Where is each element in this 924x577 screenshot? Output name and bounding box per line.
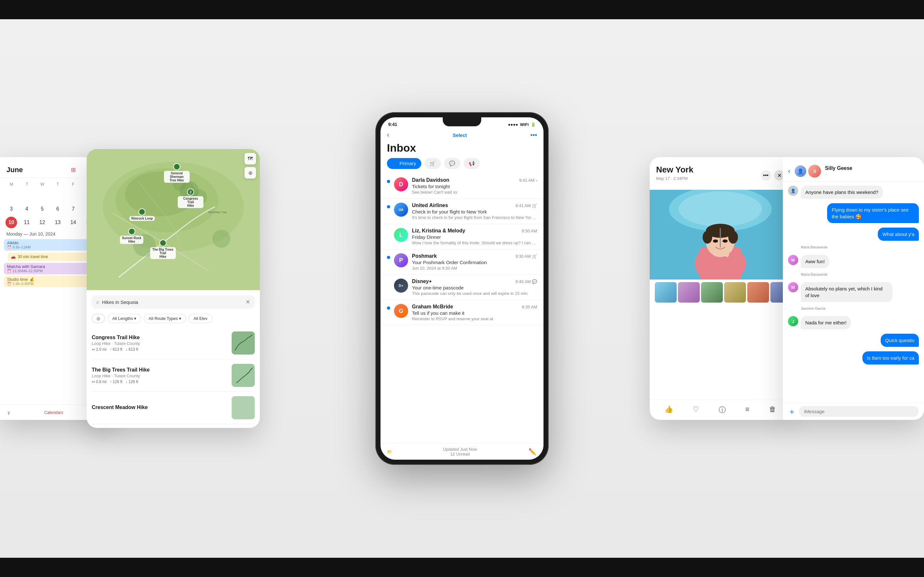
cal-day-13[interactable]: 13 <box>52 217 63 228</box>
cal-day-4[interactable]: 4 <box>21 203 32 215</box>
photo-thumb-4[interactable] <box>724 282 746 303</box>
cal-day-6[interactable]: 6 <box>52 203 63 215</box>
map-filter-length-button[interactable]: All Lengths ▾ <box>107 314 141 323</box>
travel-time: 30 min travel time <box>18 255 48 259</box>
unread-dot-united <box>387 205 390 208</box>
calendar-grid-icon[interactable]: ⊞ <box>68 165 78 175</box>
email-detail-title-wrap: New York May 17 · 2:34PM <box>656 165 693 186</box>
cal-day-11[interactable]: 11 <box>21 217 32 228</box>
email-bottom-bar: 👍 ♡ ⓘ ≡ 🗑 <box>650 400 791 420</box>
trail-item-crescent[interactable]: Crescent Meadow Hike <box>92 392 255 424</box>
mail-item-poshmark[interactable]: P Poshmark 9:30 AM 🛒 Your Poshmark Order… <box>381 250 543 275</box>
chevron-down-icon: ▾ <box>134 316 136 321</box>
map-pin-dot <box>173 163 180 170</box>
messages-header: ‹ 👤 S Silly Geese › <box>783 157 924 182</box>
mail-time-darla: 9:41 AM › <box>519 178 537 183</box>
cal-day-5[interactable]: 5 <box>37 203 48 215</box>
mail-unread-count: 12 Unread <box>443 452 477 456</box>
photo-thumb-1[interactable] <box>655 282 677 303</box>
email-info-icon[interactable]: ⓘ <box>719 405 726 415</box>
cal-day-14[interactable]: 14 <box>67 217 79 228</box>
mail-subject-disney: Your one-time passcode <box>412 285 537 290</box>
mail-item-graham[interactable]: G Graham McBride 8:35 AM Tell us if you … <box>381 300 543 326</box>
messages-input-bar: ＋ <box>783 403 924 420</box>
svg-rect-25 <box>725 244 729 257</box>
map-filter-location-button[interactable]: ◎ <box>92 314 105 323</box>
mail-nav: ‹ Select ••• <box>381 128 543 142</box>
email-header-actions: ••• ✕ <box>761 170 784 181</box>
mail-sender-poshmark: Poshmark <box>412 253 437 259</box>
status-icons: ●●●● WiFi 🔋 <box>508 122 536 127</box>
maps-card: McKinley Tree General ShermanTree Hike 2… <box>87 149 260 428</box>
map-location-button[interactable]: ⊕ <box>244 167 256 179</box>
cal-day-10-today[interactable]: 10 <box>5 217 17 228</box>
mail-sender-darla: Darla Davidson <box>412 177 449 183</box>
map-search-close-button[interactable]: ✕ <box>246 298 250 306</box>
cal-day-12[interactable]: 12 <box>37 217 48 228</box>
mail-avatar-united: UA <box>394 203 408 217</box>
map-layers-button[interactable]: 🗺 <box>244 153 256 164</box>
msg-avatar-maria-2: M <box>788 282 798 292</box>
msg-bubble-6: Nada for me either! <box>801 316 851 329</box>
photo-thumb-3[interactable] <box>701 282 723 303</box>
messages-card: ‹ 👤 S Silly Geese › 👤 Anyone have plans … <box>783 157 924 420</box>
mail-avatar-disney: D+ <box>394 279 408 293</box>
map-search-input[interactable] <box>102 300 243 305</box>
photo-thumb-2[interactable] <box>678 282 700 303</box>
email-trash-icon[interactable]: 🗑 <box>769 405 776 415</box>
mail-footer-update: Updated Just Now 12 Unread <box>443 447 477 456</box>
mail-item-body-united: United Airlines 8:41 AM 🛒 Check in for y… <box>412 203 537 220</box>
map-pin-rimrock-dot <box>139 208 145 215</box>
map-filter-elev-button[interactable]: All Elev <box>189 314 212 323</box>
email-thumbsup-icon[interactable]: 👍 <box>664 405 673 415</box>
cal-day-3[interactable]: 3 <box>5 203 17 215</box>
map-trail-list: Congress Trail Hike Loop Hike · Tulare C… <box>87 327 260 424</box>
mail-preview-liz: Wow I love the formality of this invite.… <box>412 240 537 245</box>
trail-distance-bt: ⇔ 0.8 mi <box>92 380 107 384</box>
mail-subject-darla: Tickets for tonight <box>412 184 537 189</box>
photo-thumb-5[interactable] <box>747 282 769 303</box>
msg-bubble-2: Flying down to my sister's place see the… <box>827 203 919 223</box>
mail-tab-notifications[interactable]: 📢 <box>464 158 480 169</box>
trail-item-congress[interactable]: Congress Trail Hike Loop Hike · Tulare C… <box>92 327 255 359</box>
mail-tab-threads[interactable]: 💬 <box>444 158 460 169</box>
mail-item-disney[interactable]: D+ Disney+ 8:40 AM 💬 Your one-time passc… <box>381 275 543 300</box>
mail-subject-poshmark: Your Poshmark Order Confirmation <box>412 259 537 265</box>
mail-more-button[interactable]: ••• <box>530 131 537 139</box>
mail-tab-promotions[interactable]: 🛒 <box>425 158 441 169</box>
messages-input[interactable] <box>799 406 919 417</box>
mail-time-poshmark: 9:30 AM 🛒 <box>515 254 537 259</box>
mail-tab-primary[interactable]: 👤 Primary <box>387 158 421 169</box>
mail-item-liz[interactable]: L Liz, Kristina & Melody 8:50 AM Friday … <box>381 224 543 250</box>
mail-time-liz: 8:50 AM <box>522 229 537 234</box>
status-time: 9:41 <box>388 122 397 127</box>
messages-back-button[interactable]: ‹ <box>788 167 790 175</box>
trail-name-bigtrees: The Big Trees Trail Hike <box>92 367 228 373</box>
email-action-more[interactable]: ••• <box>761 170 771 181</box>
mail-back-button[interactable]: ‹ <box>387 131 389 139</box>
svg-point-8 <box>212 230 230 248</box>
messages-add-button[interactable]: ＋ <box>788 406 796 417</box>
mail-compose-button[interactable]: ✏️ <box>528 447 537 456</box>
mail-item-united[interactable]: UA United Airlines 8:41 AM 🛒 Check in fo… <box>381 199 543 224</box>
wifi-icon: WiFi <box>520 122 529 127</box>
cal-day-empty <box>21 190 32 201</box>
footer-calendars[interactable]: Calendars <box>44 410 63 415</box>
cal-day-7[interactable]: 7 <box>67 203 79 215</box>
map-filter-route-button[interactable]: All Route Types ▾ <box>144 314 186 323</box>
mail-select-button[interactable]: Select <box>453 132 467 138</box>
trail-info-congress: Congress Trail Hike Loop Hike · Tulare C… <box>92 335 228 351</box>
email-list-icon[interactable]: ≡ <box>745 405 750 415</box>
mail-avatar-poshmark: P <box>394 253 408 268</box>
map-pin-bigtrees: The Big Trees TrailHike <box>150 239 176 259</box>
mail-item-top-united: United Airlines 8:41 AM 🛒 <box>412 203 537 208</box>
bottom-bar <box>0 558 924 577</box>
calendar-title: June <box>6 166 23 174</box>
trail-item-bigtrees[interactable]: The Big Trees Trail Hike Loop Hike · Tul… <box>92 359 255 392</box>
mail-item-darla[interactable]: D Darla Davidson 9:41 AM › Tickets for t… <box>381 173 543 199</box>
map-filters: ◎ All Lengths ▾ All Route Types ▾ All El… <box>87 314 260 327</box>
svg-rect-12 <box>232 396 255 419</box>
mail-item-top-graham: Graham McBride 8:35 AM <box>412 304 537 309</box>
mail-item-body-darla: Darla Davidson 9:41 AM › Tickets for ton… <box>412 177 537 195</box>
email-heart-icon[interactable]: ♡ <box>693 405 699 415</box>
